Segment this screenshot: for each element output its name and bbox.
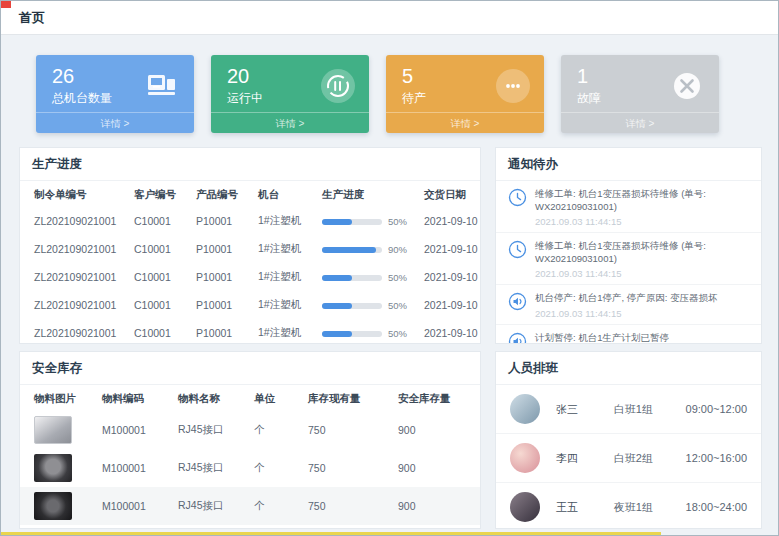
total-machines-detail-link[interactable]: 详情 > bbox=[36, 112, 194, 135]
card-text: 26 总机台数量 bbox=[52, 65, 112, 107]
product-cell: P10001 bbox=[190, 319, 252, 344]
notice-item[interactable]: 维修工单: 机台1变压器损坏待维修 (单号: WX202109031001) 2… bbox=[496, 233, 761, 285]
machine-cell: 1#注塑机 bbox=[252, 235, 316, 263]
image-cell bbox=[20, 411, 96, 449]
staff-time: 12:00~16:00 bbox=[686, 452, 747, 464]
col-unit: 单位 bbox=[248, 385, 302, 411]
name-cell: RJ45接口 bbox=[172, 487, 248, 525]
staff-row: 张三 白班1组 09:00~12:00 bbox=[496, 385, 761, 434]
production-panel-title: 生产进度 bbox=[20, 148, 480, 181]
notice-text: 维修工单: 机台1变压器损坏待维修 (单号: WX202109031001) bbox=[535, 239, 749, 265]
clock-icon bbox=[508, 239, 527, 279]
staff-row: 李四 白班2组 12:00~16:00 bbox=[496, 434, 761, 483]
notice-body: 维修工单: 机台1变压器损坏待维修 (单号: WX202109031001) 2… bbox=[535, 239, 749, 279]
date-cell: 2021-09-10 bbox=[418, 263, 481, 291]
col-delivery-date: 交货日期 bbox=[418, 181, 481, 207]
corner-artifact bbox=[1, 1, 11, 8]
progress-percent: 90% bbox=[388, 244, 407, 255]
notice-item[interactable]: 计划暂停: 机台1生产计划已暂停 2021.09.03 11:44:15 bbox=[496, 325, 761, 344]
product-cell: P10001 bbox=[190, 263, 252, 291]
material-image bbox=[34, 454, 72, 482]
waiting-detail-link[interactable]: 详情 > bbox=[386, 112, 544, 135]
speaker-icon bbox=[508, 331, 527, 344]
staff-name: 王五 bbox=[556, 500, 614, 515]
date-cell: 2021-09-10 bbox=[418, 207, 481, 235]
current-cell: 750 bbox=[302, 487, 392, 525]
card-text: 1 故障 bbox=[577, 65, 601, 107]
progress-bar bbox=[322, 303, 382, 309]
staff-panel-title: 人员排班 bbox=[496, 352, 761, 385]
col-product-no: 产品编号 bbox=[190, 181, 252, 207]
production-row: ZL202109021001 C10001 P10001 1#注塑机 50% 2… bbox=[20, 207, 481, 235]
notice-item[interactable]: 机台停产: 机台1停产, 停产原因: 变压器损坏 2021.09.03 11:4… bbox=[496, 285, 761, 324]
stock-table: 物料图片 物料编码 物料名称 单位 库存现有量 安全库存量 M100001 R bbox=[20, 385, 481, 525]
safety-cell: 900 bbox=[392, 487, 481, 525]
date-cell: 2021-09-10 bbox=[418, 235, 481, 263]
running-detail-link[interactable]: 详情 > bbox=[211, 112, 369, 135]
card-main: 5 待产 bbox=[386, 55, 544, 107]
col-machine: 机台 bbox=[252, 181, 316, 207]
order-cell: ZL202109021001 bbox=[20, 207, 128, 235]
speaker-icon bbox=[508, 291, 527, 318]
stock-row: M100001 RJ45接口 个 750 900 bbox=[20, 411, 481, 449]
customer-cell: C10001 bbox=[128, 263, 190, 291]
col-material-name: 物料名称 bbox=[172, 385, 248, 411]
notices-panel-title: 通知待办 bbox=[496, 148, 761, 181]
notice-time: 2021.09.03 11:44:15 bbox=[535, 268, 749, 279]
ellipsis-waiting-icon bbox=[496, 69, 530, 103]
avatar bbox=[510, 394, 540, 424]
order-cell: ZL202109021001 bbox=[20, 291, 128, 319]
progress-percent: 50% bbox=[388, 272, 407, 283]
notice-item[interactable]: 维修工单: 机台1变压器损坏待维修 (单号: WX202109031001) 2… bbox=[496, 181, 761, 233]
staff-shift: 夜班1组 bbox=[614, 500, 686, 515]
col-safety-stock: 安全库存量 bbox=[392, 385, 481, 411]
total-machines-label: 总机台数量 bbox=[52, 90, 112, 107]
progress-cell: 50% bbox=[316, 207, 418, 235]
progress-cell: 90% bbox=[316, 235, 418, 263]
machine-cell: 1#注塑机 bbox=[252, 263, 316, 291]
production-row: ZL202109021001 C10001 P10001 1#注塑机 50% 2… bbox=[20, 291, 481, 319]
col-order-no: 制令单编号 bbox=[20, 181, 128, 207]
card-running: 20 运行中 详情 > bbox=[211, 55, 369, 133]
code-cell: M100001 bbox=[96, 411, 172, 449]
col-current-stock: 库存现有量 bbox=[302, 385, 392, 411]
avatar bbox=[510, 443, 540, 473]
production-table: 制令单编号 客户编号 产品编号 机台 生产进度 交货日期 ZL202109021… bbox=[20, 181, 481, 344]
staff-row: 王五 夜班1组 18:00~24:00 bbox=[496, 483, 761, 529]
customer-cell: C10001 bbox=[128, 291, 190, 319]
tab-home[interactable]: 首页 bbox=[19, 9, 45, 27]
stock-panel-title: 安全库存 bbox=[20, 352, 480, 385]
progress-percent: 50% bbox=[388, 300, 407, 311]
notice-body: 计划暂停: 机台1生产计划已暂停 2021.09.03 11:44:15 bbox=[535, 331, 669, 344]
production-row: ZL202109021001 C10001 P10001 1#注塑机 50% 2… bbox=[20, 263, 481, 291]
production-row: ZL202109021001 C10001 P10001 1#注塑机 90% 2… bbox=[20, 235, 481, 263]
progress-percent: 50% bbox=[388, 216, 407, 227]
staff-name: 张三 bbox=[556, 402, 614, 417]
staff-time: 09:00~12:00 bbox=[686, 403, 747, 415]
safety-stock-panel: 安全库存 物料图片 物料编码 物料名称 单位 库存现有量 安全库存量 bbox=[19, 351, 481, 529]
card-text: 20 运行中 bbox=[227, 65, 263, 107]
tools-fault-icon bbox=[669, 68, 705, 104]
card-main: 20 运行中 bbox=[211, 55, 369, 107]
running-refresh-icon bbox=[321, 69, 355, 103]
card-fault: 1 故障 详情 > bbox=[561, 55, 719, 133]
progress-bar bbox=[322, 275, 382, 281]
running-value: 20 bbox=[227, 65, 263, 87]
progress-cell: 50% bbox=[316, 319, 418, 344]
dashboard-screen: 首页 26 总机台数量 详情 > bbox=[0, 0, 779, 536]
machine-cell: 1#注塑机 bbox=[252, 207, 316, 235]
customer-cell: C10001 bbox=[128, 207, 190, 235]
fault-detail-link[interactable]: 详情 > bbox=[561, 112, 719, 135]
col-material-image: 物料图片 bbox=[20, 385, 96, 411]
progress-bar bbox=[322, 219, 382, 225]
order-cell: ZL202109021001 bbox=[20, 319, 128, 344]
clock-icon bbox=[508, 187, 527, 227]
bottom-edge-artifact bbox=[1, 532, 661, 535]
production-progress-panel: 生产进度 制令单编号 客户编号 产品编号 机台 生产进度 交货日期 bbox=[19, 147, 481, 344]
progress-bar bbox=[322, 331, 382, 337]
card-waiting: 5 待产 详情 > bbox=[386, 55, 544, 133]
card-main: 1 故障 bbox=[561, 55, 719, 107]
top-bar: 首页 bbox=[1, 1, 778, 35]
product-cell: P10001 bbox=[190, 235, 252, 263]
notice-body: 维修工单: 机台1变压器损坏待维修 (单号: WX202109031001) 2… bbox=[535, 187, 749, 227]
